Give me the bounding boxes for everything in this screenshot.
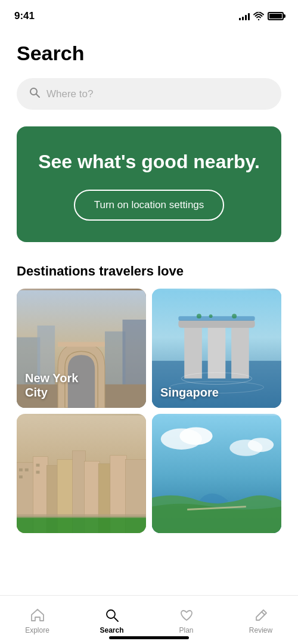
svg-rect-36 [36, 471, 40, 474]
svg-rect-34 [19, 476, 23, 479]
nav-item-review[interactable]: Review [224, 607, 298, 634]
search-icon [104, 607, 120, 624]
search-bar[interactable]: Where to? [17, 78, 281, 110]
svg-rect-37 [17, 517, 146, 534]
promo-headline: See what's good nearby. [35, 150, 263, 173]
signal-icon [239, 12, 250, 20]
destinations-grid: New YorkCity [17, 289, 281, 533]
svg-point-18 [209, 315, 213, 318]
svg-rect-33 [25, 469, 29, 472]
main-content: Search Where to? See what's good nearby.… [0, 30, 298, 533]
svg-line-2 [36, 94, 39, 97]
nav-label-search: Search [100, 626, 123, 634]
status-icons [239, 12, 284, 20]
svg-rect-9 [58, 342, 105, 347]
destinations-section: Destinations travelers love [17, 264, 281, 533]
svg-rect-16 [178, 317, 254, 321]
edit-icon [253, 607, 269, 624]
nav-label-plan: Plan [179, 626, 193, 634]
destination-card-aerial[interactable] [152, 414, 281, 533]
svg-line-46 [262, 612, 265, 615]
heart-icon [178, 607, 195, 624]
battery-icon [268, 12, 284, 20]
destination-card-singapore[interactable]: Singapore [152, 289, 281, 408]
nav-item-search[interactable]: Search [74, 607, 149, 634]
wifi-icon [253, 12, 264, 20]
page-title: Search [17, 42, 281, 65]
nav-item-plan[interactable]: Plan [149, 607, 224, 634]
destination-card-europe[interactable] [17, 414, 146, 533]
home-indicator [109, 636, 189, 639]
svg-rect-32 [19, 469, 23, 472]
promo-banner: See what's good nearby. Turn on location… [17, 126, 281, 242]
svg-rect-15 [178, 320, 254, 328]
svg-point-17 [197, 314, 201, 319]
nav-label-explore: Explore [25, 626, 49, 634]
svg-rect-35 [36, 464, 40, 467]
svg-rect-13 [208, 320, 226, 379]
destination-label-singapore: Singapore [160, 385, 219, 400]
nav-item-explore[interactable]: Explore [0, 607, 74, 634]
search-placeholder: Where to? [46, 88, 93, 100]
svg-rect-12 [184, 326, 202, 379]
svg-line-45 [114, 618, 118, 621]
svg-point-0 [258, 19, 259, 20]
nav-label-review: Review [249, 626, 272, 634]
europe-illustration [17, 414, 146, 533]
location-settings-button[interactable]: Turn on location settings [74, 190, 225, 221]
aerial-illustration [152, 414, 281, 533]
svg-point-44 [107, 610, 115, 618]
destination-card-nyc[interactable]: New YorkCity [17, 289, 146, 408]
home-icon [29, 607, 46, 624]
status-time: 9:41 [14, 10, 35, 22]
svg-point-43 [248, 438, 274, 453]
destination-label-nyc: New YorkCity [25, 371, 78, 400]
destinations-title: Destinations travelers love [17, 264, 281, 279]
svg-rect-14 [231, 323, 249, 379]
svg-rect-38 [17, 515, 146, 518]
search-bar-icon [29, 86, 41, 101]
svg-point-19 [232, 314, 237, 319]
status-bar: 9:41 [0, 0, 298, 30]
svg-point-41 [179, 428, 212, 445]
